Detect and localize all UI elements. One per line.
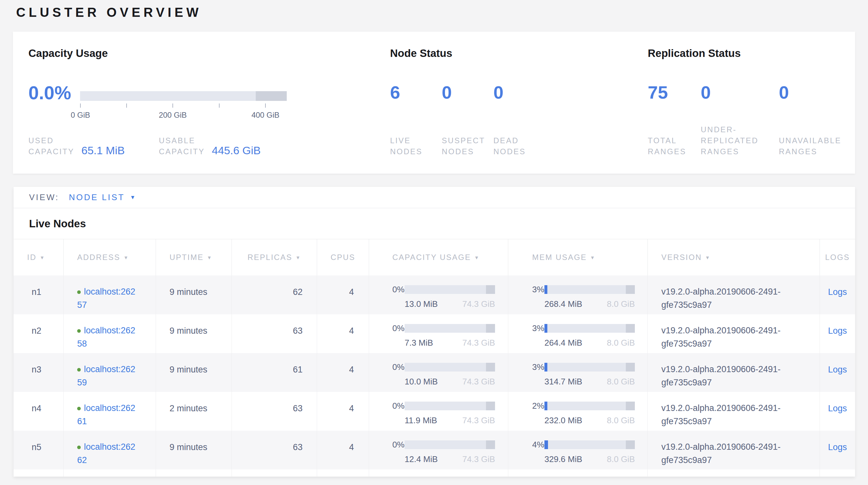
node-mem-usage-cell: 3% 264.4 MiB 8.0 GiB xyxy=(508,314,648,353)
node-address-cell: localhost:26261 xyxy=(64,392,156,431)
node-version: v19.2.0-alpha.20190606-2491-gfe735c9a97 xyxy=(648,392,820,431)
column-header-cpus: CPUS xyxy=(317,239,369,276)
capacity-percent: 0% xyxy=(392,440,405,450)
mem-percent: 3% xyxy=(532,362,545,372)
node-address-cell: localhost:26262 xyxy=(64,431,156,469)
mem-mini-bar xyxy=(545,440,635,449)
node-uptime: 9 minutes xyxy=(156,314,232,353)
column-header-logs: LOGS xyxy=(820,239,855,276)
logs-link[interactable]: Logs xyxy=(828,287,847,297)
unavailable-ranges-count: 0 xyxy=(779,83,847,102)
column-header-id[interactable]: ID ▼ xyxy=(13,239,64,276)
capacity-total: 74.3 GiB xyxy=(462,454,495,464)
capacity-percent: 0% xyxy=(392,401,405,411)
live-nodes-count: 6 xyxy=(390,83,442,102)
sort-desc-icon: ▼ xyxy=(296,255,301,260)
sort-desc-icon: ▼ xyxy=(705,255,711,260)
column-header-capacity-usage[interactable]: CAPACITY USAGE ▼ xyxy=(369,239,508,276)
total-ranges-label: TOTAL RANGES xyxy=(648,135,701,157)
page-title: CLUSTER OVERVIEW xyxy=(16,5,202,20)
node-version: v19.2.0-alpha.20190606-2491-gfe735c9a97 xyxy=(648,276,820,314)
table-row: n5 localhost:26262 9 minutes 63 4 0% 12.… xyxy=(13,431,855,469)
capacity-percent-value: 0.0% xyxy=(28,83,71,102)
node-id: n4 xyxy=(13,392,64,431)
logs-link[interactable]: Logs xyxy=(828,326,847,336)
view-selected-value: NODE LIST xyxy=(69,192,125,202)
node-status-heading: Node Status xyxy=(390,47,453,59)
mem-percent: 4% xyxy=(532,440,545,450)
node-version: v19.2.0-alpha.20190606-2491-gfe735c9a97 xyxy=(648,431,820,469)
mem-total: 8.0 GiB xyxy=(607,338,635,348)
node-address-link[interactable]: localhost:26258 xyxy=(77,325,135,348)
column-header-replicas[interactable]: REPLICAS ▼ xyxy=(232,239,317,276)
capacity-mini-bar xyxy=(405,440,495,449)
axis-tick xyxy=(126,104,127,108)
view-selector-dropdown[interactable]: NODE LIST ▼ xyxy=(69,192,135,202)
node-mem-usage-cell: 4% 329.6 MiB 8.0 GiB xyxy=(508,431,648,469)
view-label: VIEW: xyxy=(29,192,59,202)
dead-nodes-count: 0 xyxy=(493,83,545,102)
capacity-percent: 0% xyxy=(392,362,405,372)
node-uptime: 9 minutes xyxy=(156,276,232,314)
node-address-link[interactable]: localhost:26259 xyxy=(77,364,135,387)
node-capacity-usage-cell: 0% 7.3 MiB 74.3 GiB xyxy=(369,314,508,353)
node-id: n5 xyxy=(13,431,64,469)
node-address-link[interactable]: localhost:26262 xyxy=(77,442,135,465)
logs-link[interactable]: Logs xyxy=(828,365,847,374)
sort-desc-icon: ▼ xyxy=(40,255,45,260)
node-version: v19.2.0-alpha.20190606-2491-gfe735c9a97 xyxy=(648,353,820,392)
logs-link[interactable]: Logs xyxy=(828,403,847,413)
node-capacity-usage-cell: 0% 12.4 MiB 74.3 GiB xyxy=(369,431,508,469)
dead-nodes-label: DEAD NODES xyxy=(493,135,545,157)
node-mem-usage-cell: 3% 314.7 MiB 8.0 GiB xyxy=(508,353,648,392)
mem-percent: 2% xyxy=(532,401,545,411)
node-cpus: 4 xyxy=(317,276,369,314)
capacity-mini-bar xyxy=(405,285,495,294)
node-address-link[interactable]: localhost:26257 xyxy=(77,287,135,310)
capacity-usage-section: Capacity Usage 0.0% 0 GiB 200 GiB 400 Gi… xyxy=(28,32,322,174)
mem-mini-bar xyxy=(545,363,635,372)
node-replicas: 61 xyxy=(232,353,317,392)
node-id: n3 xyxy=(13,353,64,392)
node-replicas: 62 xyxy=(232,276,317,314)
node-address-link[interactable]: localhost:26261 xyxy=(77,403,135,426)
capacity-total: 74.3 GiB xyxy=(462,416,495,426)
column-header-mem-usage[interactable]: MEM USAGE ▼ xyxy=(508,239,648,276)
mem-used: 329.6 MiB xyxy=(545,454,582,464)
logs-link[interactable]: Logs xyxy=(828,442,847,452)
live-status-icon xyxy=(77,329,81,333)
chevron-down-icon: ▼ xyxy=(130,194,135,201)
column-header-version[interactable]: VERSION ▼ xyxy=(648,239,820,276)
node-replicas: 63 xyxy=(232,392,317,431)
axis-tick xyxy=(80,104,81,108)
axis-tick xyxy=(219,104,220,108)
capacity-axis: 0 GiB 200 GiB 400 GiB xyxy=(80,104,287,123)
replication-status-heading: Replication Status xyxy=(648,47,741,59)
capacity-used: 11.9 MiB xyxy=(405,416,437,426)
axis-tick-label: 400 GiB xyxy=(252,111,280,120)
capacity-used: 12.4 MiB xyxy=(405,454,438,464)
node-id: n2 xyxy=(13,314,64,353)
node-uptime: 9 minutes xyxy=(156,431,232,469)
table-row: n3 localhost:26259 9 minutes 61 4 0% 10.… xyxy=(13,353,855,392)
node-version: v19.2.0-alpha.20190606-2491-gfe735c9a97 xyxy=(648,314,820,353)
sort-desc-icon: ▼ xyxy=(124,255,129,260)
capacity-usage-bar xyxy=(80,91,287,101)
mem-percent: 3% xyxy=(532,323,545,333)
logs-cell: Logs xyxy=(820,314,855,353)
live-status-icon xyxy=(77,446,81,449)
node-capacity-usage-cell: 0% 10.0 MiB 74.3 GiB xyxy=(369,353,508,392)
mem-used: 268.4 MiB xyxy=(545,299,582,309)
usable-capacity-label: USABLE CAPACITY xyxy=(159,135,211,157)
used-capacity-stat: USED CAPACITY 65.1 MiB xyxy=(28,135,125,157)
axis-tick xyxy=(173,104,173,108)
column-header-uptime[interactable]: UPTIME ▼ xyxy=(156,239,232,276)
mem-used: 314.7 MiB xyxy=(545,377,582,387)
sort-desc-icon: ▼ xyxy=(207,255,213,260)
mem-total: 8.0 GiB xyxy=(607,299,635,309)
node-uptime: 2 minutes xyxy=(156,392,232,431)
table-row: n2 localhost:26258 9 minutes 63 4 0% 7.3… xyxy=(13,314,855,353)
live-status-icon xyxy=(77,290,81,294)
table-row: n4 localhost:26261 2 minutes 63 4 0% 11.… xyxy=(13,392,855,431)
column-header-address[interactable]: ADDRESS ▼ xyxy=(64,239,156,276)
